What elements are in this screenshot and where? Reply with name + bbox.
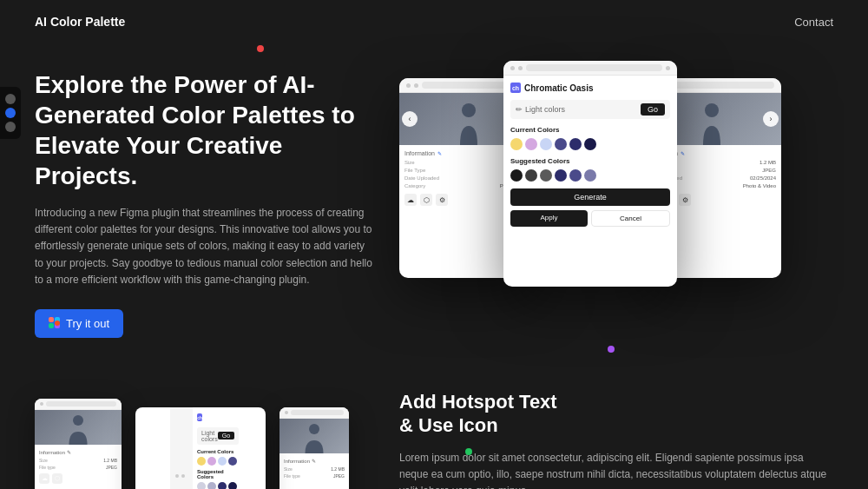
bm-swatch-2 — [207, 457, 216, 466]
bm-plugin-title: ch Chromatic Oasis — [197, 412, 239, 424]
bm-current-label: Current Colors — [197, 449, 239, 454]
figma-icon — [49, 317, 61, 329]
bm-content-main: ch Chromatic Oasis Light colors Go Curre… — [193, 407, 243, 489]
deco-dot-red — [257, 45, 264, 52]
bm-swatch-3 — [218, 457, 227, 466]
bm-image-sr — [279, 419, 349, 453]
bottom-mockup-small-right: Information ✎ Size 1.2 MB File type JPEG — [279, 407, 349, 489]
r-icon-circle-3[interactable]: ⚙ — [679, 194, 691, 206]
bm-current-swatches — [197, 457, 239, 466]
r-val-category: Photo & Video — [743, 183, 776, 188]
plugin-header: ch Chromatic Oasis — [510, 83, 670, 93]
bm-dot-main-1 — [175, 474, 179, 478]
sug-swatch-4 — [555, 169, 567, 182]
bm-val-sr-1: 1.2 MB — [331, 466, 345, 472]
center-url-bar — [526, 64, 662, 71]
dot-2 — [414, 83, 418, 88]
key-date: Date Uploaded — [404, 175, 439, 181]
icon-circle-3[interactable]: ⚙ — [436, 194, 448, 206]
svg-point-6 — [705, 103, 719, 117]
nav-contact-link[interactable]: Contact — [794, 16, 833, 29]
center-dot-1 — [510, 66, 515, 70]
current-swatches — [510, 138, 670, 150]
icon-circle-1[interactable]: ☁ — [404, 194, 417, 206]
svg-rect-0 — [49, 317, 54, 322]
r-url-bar — [665, 82, 774, 89]
bottom-section: Information ✎ Size 1.2 MB File type JPEG… — [0, 381, 868, 489]
logo: AI Color Palette — [35, 15, 125, 29]
key-category: Category — [404, 183, 425, 188]
swatch-1 — [510, 138, 523, 150]
nav: Contact — [794, 14, 833, 30]
bm-icon-1[interactable]: ☁ — [39, 473, 49, 484]
nav-arrow-left-left[interactable]: ‹ — [402, 111, 418, 127]
info-label-1: Information — [404, 150, 435, 156]
bm-image-sl — [35, 410, 122, 445]
r-val-filetype: JPEG — [762, 168, 776, 173]
bm-go-btn[interactable]: Go — [218, 432, 234, 439]
hero-title: Explore the Power of AI-Generated Color … — [35, 69, 373, 191]
person-silhouette-right — [699, 102, 725, 145]
swatch-5 — [569, 138, 582, 150]
bm-info-label-sr: Information ✎ — [284, 458, 345, 464]
deco-dot-purple — [608, 346, 615, 353]
center-dot-3 — [666, 66, 670, 70]
current-colors-label: Current Colors — [510, 126, 670, 134]
plugin-icon: ch — [510, 83, 521, 93]
bm-suggested-label: Suggested Colors — [197, 469, 239, 479]
plugin-title: ch Chromatic Oasis — [510, 83, 593, 93]
bottom-title: Add Hotspot Text & Use Icon — [399, 390, 833, 438]
bm-swatch-4 — [228, 457, 237, 466]
bm-dot-main-2 — [181, 474, 185, 478]
swatch-6 — [584, 138, 596, 150]
person-silhouette-left — [456, 102, 482, 145]
swatch-3 — [540, 138, 552, 150]
sug-swatch-2 — [525, 169, 537, 182]
center-dot-2 — [518, 66, 523, 70]
try-button-label: Try it out — [66, 317, 109, 330]
bm-topbar-sl — [35, 399, 122, 410]
key-size: Size — [404, 160, 415, 165]
bottom-right-content: Add Hotspot Text & Use Icon Lorem ipsum … — [399, 381, 833, 489]
bm-sug-4 — [228, 482, 237, 489]
svg-point-9 — [309, 424, 319, 434]
apply-btn[interactable]: Apply — [510, 210, 588, 227]
icon-circle-2[interactable]: ⬡ — [420, 194, 432, 206]
nav-arrow-right-right[interactable]: › — [763, 111, 779, 127]
swatch-2 — [525, 138, 537, 150]
card-topbar-center — [503, 61, 677, 76]
bm-plugin-header: ch Chromatic Oasis — [197, 412, 239, 424]
bm-content-sl: Information ✎ Size 1.2 MB File type JPEG… — [35, 445, 122, 488]
go-btn[interactable]: Go — [641, 103, 665, 116]
sug-swatch-1 — [510, 169, 523, 182]
bm-sug-2 — [207, 482, 216, 489]
try-button[interactable]: Try it out — [35, 309, 123, 338]
bm-bar-sr — [291, 410, 344, 415]
bottom-mockup-group: Information ✎ Size 1.2 MB File type JPEG… — [35, 381, 365, 489]
bm-row-1-sl: Size 1.2 MB — [39, 458, 117, 463]
bm-sug-1 — [197, 482, 206, 489]
generate-btn[interactable]: Generate — [510, 188, 670, 206]
mockup-center-card: ch Chromatic Oasis ✏ Light colors Go Cur… — [503, 61, 677, 287]
bm-key-sr-1: Size — [284, 466, 293, 472]
bm-info-label-sl: Information ✎ — [39, 449, 117, 455]
header: AI Color Palette Contact — [0, 0, 868, 43]
bottom-title-line2: & Use Icon — [399, 414, 498, 436]
hero-content: Explore the Power of AI-Generated Color … — [35, 69, 399, 338]
bm-suggested-swatches — [197, 482, 239, 489]
bm-topbar-sr — [279, 407, 349, 419]
bm-content-sr: Information ✎ Size 1.2 MB File type JPEG — [279, 453, 349, 485]
cancel-btn[interactable]: Cancel — [591, 210, 670, 227]
light-colors-label: ✏ Light colors — [516, 105, 565, 114]
bottom-description: Lorem ipsum dolor sit amet consectetur, … — [399, 450, 833, 489]
bm-topbar-main — [170, 407, 193, 489]
svg-point-5 — [462, 103, 476, 117]
hero-description: Introducing a new Figma plugin that stre… — [35, 205, 373, 288]
bm-icon-2[interactable]: ⬡ — [52, 473, 62, 484]
bm-key-2: File type — [39, 465, 56, 470]
bottom-title-line1: Add Hotspot Text — [399, 391, 557, 413]
bm-val-sr-2: JPEG — [333, 473, 345, 479]
light-colors-row: ✏ Light colors Go — [510, 100, 670, 119]
bm-dot-sr-1 — [285, 411, 288, 414]
suggested-swatches — [510, 169, 670, 182]
